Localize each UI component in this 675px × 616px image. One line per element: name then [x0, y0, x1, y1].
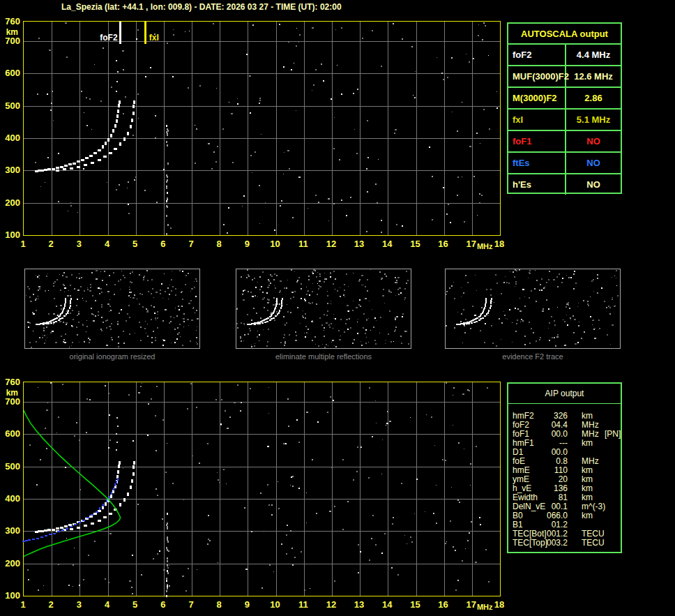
noise-dot — [363, 327, 364, 329]
noise-dot — [83, 300, 84, 301]
noise-dot — [217, 146, 218, 147]
trace-dot — [70, 526, 73, 527]
noise-dot — [179, 270, 181, 271]
noise-dot — [343, 294, 344, 296]
x-axis-tick-label: 3 — [72, 599, 86, 610]
trace-dot — [279, 310, 280, 312]
noise-dot — [87, 289, 89, 290]
noise-dot — [143, 277, 144, 278]
noise-dot — [467, 282, 469, 283]
noise-dot — [312, 340, 313, 341]
noise-dot — [162, 298, 163, 299]
noise-dot — [255, 343, 255, 344]
noise-dot — [501, 322, 503, 324]
noise-dot — [522, 289, 524, 290]
noise-dot — [139, 293, 141, 294]
noise-dot — [257, 296, 258, 297]
x-axis-tick-label: 2 — [44, 239, 58, 249]
noise-dot — [593, 320, 594, 321]
noise-dot — [190, 291, 191, 292]
noise-dot — [109, 275, 110, 276]
noise-dot — [461, 313, 462, 315]
y-axis-tick-label: 600 — [0, 68, 20, 78]
noise-dot — [473, 58, 474, 59]
noise-dot — [601, 287, 602, 289]
noise-dot — [368, 318, 369, 319]
trace-dot — [275, 303, 277, 306]
noise-dot — [252, 279, 253, 280]
noise-dot — [38, 286, 40, 287]
noise-dot — [40, 186, 41, 187]
noise-dot — [247, 269, 248, 271]
noise-dot — [311, 321, 313, 322]
noise-dot — [317, 283, 318, 284]
trace-dot — [65, 298, 66, 300]
noise-dot — [614, 276, 615, 276]
noise-dot — [124, 277, 126, 278]
noise-dot — [153, 331, 154, 332]
noise-dot — [376, 320, 377, 321]
noise-dot — [112, 339, 113, 340]
noise-dot — [610, 344, 611, 345]
thumbnail-evidence-f2-trace — [445, 269, 621, 349]
noise-dot — [480, 330, 481, 331]
noise-dot — [296, 28, 297, 29]
trace-dot — [116, 60, 117, 61]
noise-dot — [66, 276, 68, 278]
trace-dot — [47, 168, 51, 170]
noise-dot — [515, 283, 517, 285]
noise-dot — [490, 294, 492, 296]
noise-dot — [268, 280, 270, 282]
noise-dot — [103, 47, 104, 49]
noise-dot — [172, 76, 174, 77]
noise-dot — [296, 281, 298, 283]
interference-dot — [167, 197, 168, 200]
noise-dot — [98, 315, 99, 316]
noise-dot — [324, 281, 325, 283]
noise-dot — [29, 288, 30, 290]
noise-dot — [556, 276, 558, 278]
noise-dot — [182, 299, 183, 300]
noise-dot — [333, 328, 333, 329]
noise-dot — [185, 284, 186, 285]
noise-dot — [503, 311, 504, 312]
noise-dot — [111, 323, 112, 324]
autoscala-row-hes: h'EsNO — [508, 174, 621, 195]
x-axis-tick-label: 17 — [464, 239, 478, 249]
noise-dot — [188, 273, 189, 274]
noise-dot — [237, 98, 238, 99]
thumbnail-caption-1: original ionogram resized — [24, 352, 200, 361]
noise-dot — [121, 271, 122, 271]
noise-dot — [151, 337, 153, 338]
noise-dot — [237, 103, 238, 105]
noise-dot — [101, 330, 103, 331]
interference-dot — [167, 134, 168, 136]
noise-dot — [575, 343, 577, 345]
trace-dot — [275, 307, 276, 309]
noise-dot — [137, 29, 139, 31]
autoscala-row-value: NO — [566, 174, 621, 195]
grid-line-horizontal — [24, 41, 500, 42]
noise-dot — [499, 318, 500, 320]
noise-dot — [39, 288, 40, 290]
trace-dot — [86, 517, 89, 518]
noise-dot — [319, 280, 321, 282]
noise-dot — [607, 334, 608, 336]
trace-dot — [485, 298, 487, 300]
noise-dot — [452, 112, 453, 112]
noise-dot — [315, 344, 316, 345]
x-axis-tick-label: 12 — [324, 239, 338, 249]
noise-dot — [216, 88, 217, 89]
noise-dot — [197, 343, 198, 345]
noise-dot — [164, 273, 165, 274]
noise-dot — [293, 296, 294, 298]
noise-dot — [137, 93, 139, 95]
noise-dot — [339, 159, 340, 160]
trace-dot — [50, 322, 52, 324]
noise-dot — [292, 217, 294, 218]
noise-dot — [276, 275, 278, 276]
noise-dot — [118, 280, 119, 282]
noise-dot — [303, 317, 304, 318]
trace-dot — [32, 539, 35, 540]
noise-dot — [56, 306, 57, 307]
